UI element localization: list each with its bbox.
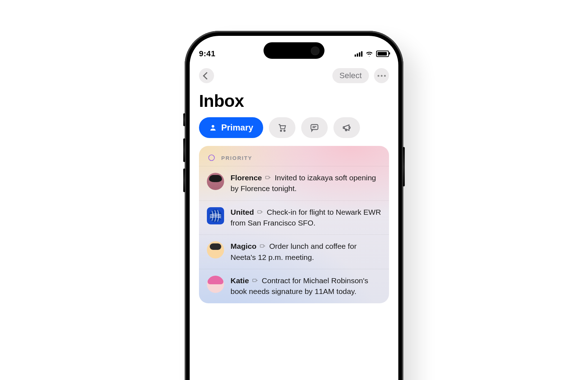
side-power-button [403,147,405,186]
cart-icon [278,123,287,132]
summary-icon [259,242,266,252]
sender-name: Florence [231,174,262,182]
nav-bar: Select [199,68,389,83]
person-icon [209,124,217,132]
intelligence-icon [207,153,216,162]
select-button-label: Select [340,71,362,80]
svg-point-0 [212,125,214,128]
priority-item-united[interactable]: United Check-in for flight to Newark EWR… [199,200,389,235]
back-button[interactable] [199,68,214,83]
side-volume-up [183,138,185,162]
priority-header-label: PRIORITY [221,155,252,161]
status-indicators [355,51,389,57]
status-clock: 9:41 [199,49,215,58]
screen: 9:41 Select [190,36,398,380]
message-icon [310,123,319,132]
priority-item-florence[interactable]: Florence Invited to izakaya soft opening… [199,166,389,200]
sender-name: Magico [231,242,256,250]
chevron-left-icon [203,72,210,79]
avatar [207,276,224,293]
sender-name: United [231,208,254,216]
svg-rect-12 [253,279,256,282]
priority-line: Florence Invited to izakaya soft opening… [231,173,381,194]
more-button[interactable] [374,68,389,83]
priority-line: United Check-in for flight to Newark EWR… [231,207,381,228]
svg-point-7 [208,154,216,162]
wifi-icon [365,51,373,57]
svg-point-2 [284,130,285,131]
side-volume-down [183,168,185,192]
priority-card: PRIORITY Florence Invited to izakaya sof… [199,146,389,303]
summary-icon [265,174,271,184]
ellipsis-icon [378,75,386,77]
svg-rect-8 [266,176,269,179]
priority-line: Katie Contract for Michael Robinson's bo… [231,276,381,297]
sender-name: Katie [231,276,249,285]
tab-promotions[interactable] [333,117,360,138]
svg-point-1 [280,130,281,131]
avatar [207,241,224,258]
priority-item-katie[interactable]: Katie Contract for Michael Robinson's bo… [199,269,389,303]
side-mute-switch [183,113,185,126]
priority-item-magico[interactable]: Magico Order lunch and coffee for Neeta'… [199,234,389,269]
svg-rect-10 [258,210,261,213]
battery-icon [376,51,389,57]
summary-icon [252,276,258,286]
svg-point-9 [209,209,222,222]
svg-rect-11 [260,245,264,247]
summary-icon [257,208,263,218]
category-tabs: Primary [199,117,389,138]
priority-line: Magico Order lunch and coffee for Neeta'… [231,241,381,262]
tab-primary[interactable]: Primary [199,117,263,138]
avatar [207,207,224,224]
select-button[interactable]: Select [332,68,369,83]
tab-primary-label: Primary [221,123,253,133]
device-frame: 9:41 Select [185,31,403,380]
tab-updates[interactable] [301,117,328,138]
page-title: Inbox [199,91,389,111]
avatar [207,173,224,190]
tab-transactions[interactable] [269,117,295,138]
megaphone-icon [342,123,351,132]
cellular-icon [355,51,362,57]
dynamic-island [264,42,324,59]
svg-rect-3 [311,124,318,129]
priority-header: PRIORITY [199,146,389,166]
summary-text: Contract for Michael Robinson's book nee… [231,276,368,295]
united-globe-icon [208,208,223,224]
